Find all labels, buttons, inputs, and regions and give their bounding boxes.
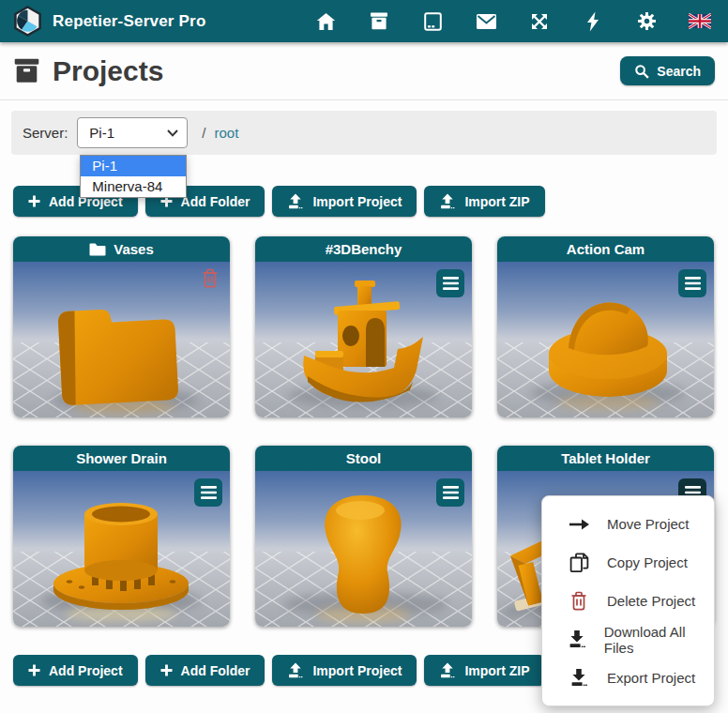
- card-title-text: #3DBenchy: [326, 241, 402, 257]
- plus-icon: [28, 664, 40, 676]
- page-title-text: Projects: [53, 55, 163, 87]
- card-title-text: Tablet Holder: [561, 450, 650, 466]
- add-folder-button[interactable]: Add Folder: [145, 655, 265, 686]
- card-header-action-cam: Action Cam: [497, 236, 714, 262]
- card-header-shower-drain: Shower Drain: [13, 446, 230, 471]
- menu-item-export-project[interactable]: Export Project: [542, 659, 714, 697]
- import-project-label: Import Project: [312, 663, 402, 678]
- page-title: Projects: [13, 55, 163, 87]
- breadcrumb: / root: [202, 125, 238, 141]
- menu-item-move-project[interactable]: Move Project: [542, 505, 714, 543]
- card-preview-shower-drain: [13, 471, 230, 627]
- card-title-text: Action Cam: [567, 241, 645, 257]
- chevron-down-icon: [167, 129, 178, 137]
- card-title-text: Vases: [114, 241, 154, 257]
- projects-box-icon[interactable]: [368, 10, 390, 33]
- import-zip-label: Import ZIP: [464, 663, 529, 678]
- projects-page: Repetier-Server Pro: [0, 0, 728, 713]
- server-select-wrap: Pi-1 Pi-1Minerva-84: [77, 117, 188, 148]
- messages-icon[interactable]: [475, 10, 497, 33]
- add-project-label: Add Project: [49, 663, 123, 678]
- card-header-3dbenchy: #3DBenchy: [255, 236, 472, 262]
- import-project-label: Import Project: [312, 194, 402, 209]
- add-project-button[interactable]: Add Project: [13, 655, 138, 686]
- search-icon: [634, 64, 649, 79]
- app-title: Repetier-Server Pro: [53, 12, 205, 31]
- add-folder-label: Add Folder: [181, 663, 250, 678]
- upload-icon: [439, 662, 456, 678]
- hamburger-icon: [685, 277, 701, 290]
- fullscreen-icon[interactable]: [528, 10, 551, 33]
- upload-icon: [287, 193, 304, 209]
- import-project-button[interactable]: Import Project: [272, 186, 417, 217]
- import-zip-button[interactable]: Import ZIP: [424, 655, 544, 686]
- add-folder-label: Add Folder: [181, 194, 250, 209]
- menu-item-label: Download All Files: [604, 624, 705, 656]
- card-preview-stool: [255, 471, 472, 627]
- search-button[interactable]: Search: [620, 56, 715, 85]
- menu-item-copy-project[interactable]: Copy Project: [542, 543, 714, 582]
- project-menu-button-shower-drain[interactable]: [194, 478, 222, 507]
- server-select-value: Pi-1: [89, 125, 167, 141]
- menu-item-label: Copy Project: [607, 554, 688, 570]
- server-option-pi-1[interactable]: Pi-1: [81, 156, 186, 176]
- project-card-shower-drain[interactable]: Shower Drain: [13, 446, 230, 627]
- import-project-button[interactable]: Import Project: [272, 655, 417, 686]
- hamburger-icon: [443, 277, 459, 290]
- menu-item-label: Delete Project: [607, 593, 695, 609]
- folder-icon: [89, 243, 106, 256]
- card-preview-action-cam: [497, 262, 714, 417]
- upload-icon: [287, 662, 304, 678]
- home-icon[interactable]: [314, 10, 337, 33]
- projects-box-dark-icon: [13, 58, 40, 83]
- server-option-minerva-84[interactable]: Minerva-84: [81, 176, 186, 197]
- breadcrumb-root-link[interactable]: root: [215, 125, 239, 141]
- touch-panel-icon[interactable]: [421, 10, 444, 33]
- import-zip-button[interactable]: Import ZIP: [424, 186, 544, 217]
- navbar: Repetier-Server Pro: [0, 0, 728, 42]
- language-flag-icon[interactable]: [689, 10, 711, 33]
- project-menu-button-stool[interactable]: [436, 478, 464, 507]
- settings-gear-icon[interactable]: [635, 10, 658, 33]
- project-card-3dbenchy[interactable]: #3DBenchy: [255, 236, 472, 417]
- project-menu-button-action-cam[interactable]: [678, 269, 706, 297]
- import-zip-label: Import ZIP: [464, 194, 529, 209]
- hamburger-icon: [201, 486, 217, 499]
- server-label: Server:: [23, 125, 68, 141]
- card-header-tablet-holder: Tablet Holder: [497, 446, 714, 471]
- menu-item-label: Export Project: [607, 670, 695, 686]
- delete-folder-trash-icon[interactable]: [201, 268, 220, 289]
- card-title-text: Stool: [346, 450, 382, 466]
- upload-icon: [439, 193, 456, 209]
- card-preview-3dbenchy: [255, 262, 472, 417]
- page-header: Projects Search: [0, 42, 728, 100]
- server-options-dropdown: Pi-1Minerva-84: [80, 155, 187, 198]
- project-card-action-cam[interactable]: Action Cam: [497, 236, 714, 417]
- card-title-text: Shower Drain: [76, 450, 167, 466]
- download-icon: [567, 668, 591, 688]
- card-preview-vases: [13, 262, 230, 417]
- server-select[interactable]: Pi-1: [77, 117, 188, 148]
- repetier-logo-icon: [13, 6, 42, 37]
- copy-icon: [567, 553, 591, 573]
- plus-icon: [28, 195, 40, 207]
- project-context-menu: Move Project Copy Project Delete Project…: [541, 495, 715, 706]
- search-button-label: Search: [657, 64, 701, 79]
- server-bar: Server: Pi-1 Pi-1Minerva-84 / root: [11, 111, 717, 155]
- menu-item-download-all-files[interactable]: Download All Files: [542, 620, 714, 659]
- nav-icons: [314, 10, 715, 33]
- hamburger-icon: [443, 486, 459, 499]
- arrow-right-icon: [567, 518, 591, 531]
- breadcrumb-separator: /: [202, 125, 205, 141]
- project-card-vases[interactable]: Vases: [13, 236, 230, 417]
- project-card-stool[interactable]: Stool: [255, 446, 472, 627]
- menu-item-delete-project[interactable]: Delete Project: [542, 582, 714, 620]
- card-header-stool: Stool: [255, 446, 472, 471]
- trash-icon: [567, 591, 591, 612]
- power-icon[interactable]: [582, 10, 604, 33]
- download-icon: [567, 630, 588, 649]
- plus-icon: [160, 664, 173, 676]
- brand: Repetier-Server Pro: [13, 6, 205, 37]
- project-menu-button-3dbenchy[interactable]: [436, 269, 464, 297]
- card-header-vases: Vases: [13, 236, 230, 262]
